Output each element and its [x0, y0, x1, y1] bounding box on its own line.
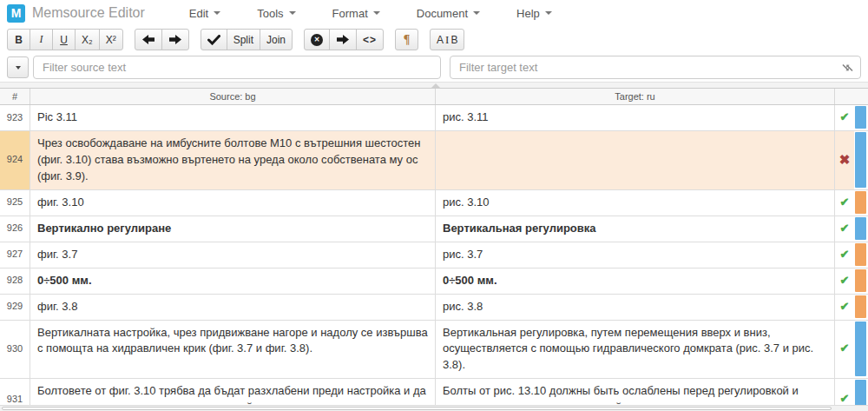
- segment-status-cell[interactable]: ✔: [835, 321, 854, 379]
- segment-target-cell[interactable]: рис. 3.10: [436, 190, 835, 215]
- join-button[interactable]: Join: [260, 29, 293, 50]
- segment-status-cell[interactable]: ✔: [835, 105, 854, 130]
- superscript-button[interactable]: X²: [99, 29, 123, 50]
- table-row[interactable]: 929фиг. 3.8рис. 3.8✔: [0, 295, 868, 321]
- segment-target-cell[interactable]: 0÷500 мм.: [436, 268, 835, 294]
- caret-down-icon: [373, 11, 380, 15]
- segment-source-cell[interactable]: Вертикално регулиране: [30, 216, 436, 242]
- whitespace-group: ¶: [395, 29, 418, 50]
- segment-status-cell[interactable]: ✖: [835, 131, 854, 189]
- table-row[interactable]: 930Вертикалната настройка, чрез придвижв…: [0, 321, 868, 380]
- segment-source-cell[interactable]: фиг. 3.8: [30, 295, 436, 320]
- segment-strip-cell: [854, 295, 868, 320]
- confirmed-check-icon: ✔: [840, 221, 850, 237]
- segment-number: 925: [0, 190, 30, 215]
- italic-button[interactable]: I: [30, 29, 53, 50]
- segment-strip-cell: [854, 105, 868, 130]
- redo-arrow-icon: [168, 34, 182, 45]
- grid-header: # Source: bg Target: ru: [0, 89, 868, 105]
- segment-source-cell[interactable]: фиг. 3.10: [30, 190, 436, 215]
- filter-options-button[interactable]: [7, 56, 29, 78]
- segment-strip-cell: [854, 242, 868, 268]
- segment-number: 929: [0, 295, 30, 320]
- circle-x-icon: ✕: [311, 34, 323, 46]
- segment-status-cell[interactable]: ✔: [835, 268, 854, 294]
- confirmed-check-icon: ✔: [840, 273, 850, 289]
- table-row[interactable]: 925фиг. 3.10рис. 3.10✔: [0, 190, 868, 216]
- column-header-number: #: [0, 89, 30, 104]
- undo-arrow-icon: [141, 34, 155, 45]
- split-button[interactable]: Split: [227, 29, 260, 50]
- error-x-icon: ✖: [839, 150, 851, 169]
- segment-status-cell[interactable]: ✔: [835, 242, 854, 268]
- segment-source-cell[interactable]: Чрез освобождаване на имбусните болтове …: [30, 131, 436, 189]
- target-filter-wrap: [450, 56, 861, 79]
- checkmark-icon: [207, 35, 220, 45]
- format-button-group: B I U X₂ X²: [7, 29, 123, 50]
- menu-label: Document: [417, 7, 468, 20]
- segment-number: 926: [0, 216, 30, 242]
- undo-button[interactable]: [135, 29, 162, 50]
- segment-target-cell[interactable]: Вертикальная регулировка: [436, 216, 835, 242]
- subscript-button[interactable]: X₂: [75, 29, 100, 50]
- sort-swap-icon[interactable]: [841, 62, 854, 74]
- confirm-segment-button[interactable]: [201, 29, 227, 50]
- table-row[interactable]: 9280÷500 мм.0÷500 мм.✔: [0, 268, 868, 295]
- ab-icon-right: B: [450, 34, 457, 46]
- segment-source-cell[interactable]: фиг. 3.7: [30, 242, 436, 268]
- caret-down-icon: [214, 11, 220, 15]
- segment-target-cell[interactable]: [436, 131, 835, 189]
- horizontal-scrollbar[interactable]: [0, 405, 868, 411]
- menu-tools[interactable]: Tools: [244, 3, 308, 24]
- table-row[interactable]: 927фиг. 3.7рис. 3.7✔: [0, 242, 868, 268]
- confirmed-check-icon: ✔: [840, 341, 850, 357]
- table-row[interactable]: 923Pic 3.11рис. 3.11✔: [0, 105, 868, 131]
- source-filter-input[interactable]: [33, 56, 441, 79]
- show-whitespace-button[interactable]: ¶: [395, 29, 418, 50]
- remove-tag-button[interactable]: ✕: [304, 29, 330, 50]
- segment-rows: 923Pic 3.11рис. 3.11✔924Чрез освобождава…: [0, 105, 868, 411]
- menu-format[interactable]: Format: [319, 3, 393, 24]
- underline-button[interactable]: U: [52, 29, 76, 50]
- table-row[interactable]: 924Чрез освобождаване на имбусните болто…: [0, 131, 868, 190]
- segment-source-cell[interactable]: Вертикалната настройка, чрез придвижване…: [30, 321, 436, 379]
- segment-edit-group: Split Join: [201, 29, 293, 50]
- segment-target-cell[interactable]: рис. 3.8: [436, 295, 835, 320]
- menu-label: Help: [516, 7, 540, 20]
- segment-strip-marker: [855, 191, 866, 214]
- menu-help[interactable]: Help: [503, 3, 565, 24]
- segment-number: 928: [0, 268, 30, 294]
- collapse-band[interactable]: [0, 82, 868, 89]
- target-filter-input[interactable]: [450, 56, 861, 79]
- redo-button[interactable]: [161, 29, 189, 50]
- menu-edit[interactable]: Edit: [176, 3, 233, 24]
- bold-button[interactable]: B: [7, 29, 30, 50]
- segment-source-cell[interactable]: Pic 3.11: [30, 105, 436, 130]
- caret-down-icon: [289, 11, 296, 15]
- insert-tag-button[interactable]: [329, 29, 357, 50]
- segment-status-cell[interactable]: ✔: [835, 216, 854, 242]
- pilcrow-icon: ¶: [404, 33, 411, 47]
- segment-target-cell[interactable]: рис. 3.7: [436, 242, 835, 268]
- table-row[interactable]: 926Вертикално регулиранеВертикальная рег…: [0, 216, 868, 242]
- segment-target-cell[interactable]: Вертикальная регулировка, путем перемеще…: [436, 321, 835, 379]
- segment-source-cell[interactable]: 0÷500 мм.: [30, 268, 436, 294]
- ab-icon-left: A: [437, 34, 444, 46]
- non-translatable-button[interactable]: A I B: [430, 29, 464, 50]
- confirmed-check-icon: ✔: [840, 247, 850, 263]
- menu-document[interactable]: Document: [404, 3, 493, 24]
- column-header-target: Target: ru: [436, 89, 835, 104]
- segment-target-cell[interactable]: рис. 3.11: [436, 105, 835, 130]
- ab-group: A I B: [430, 29, 464, 50]
- expand-tags-button[interactable]: <>: [356, 29, 384, 50]
- segment-strip-cell: [854, 131, 868, 189]
- scrollbar-thumb[interactable]: [2, 407, 832, 410]
- segment-number: 930: [0, 321, 30, 379]
- segment-number: 923: [0, 105, 30, 130]
- column-header-source: Source: bg: [30, 89, 436, 104]
- segment-status-cell[interactable]: ✔: [835, 295, 854, 320]
- segment-status-cell[interactable]: ✔: [835, 190, 854, 215]
- confirmed-check-icon: ✔: [840, 109, 850, 126]
- column-header-status: [835, 89, 854, 104]
- filter-row: [0, 53, 868, 82]
